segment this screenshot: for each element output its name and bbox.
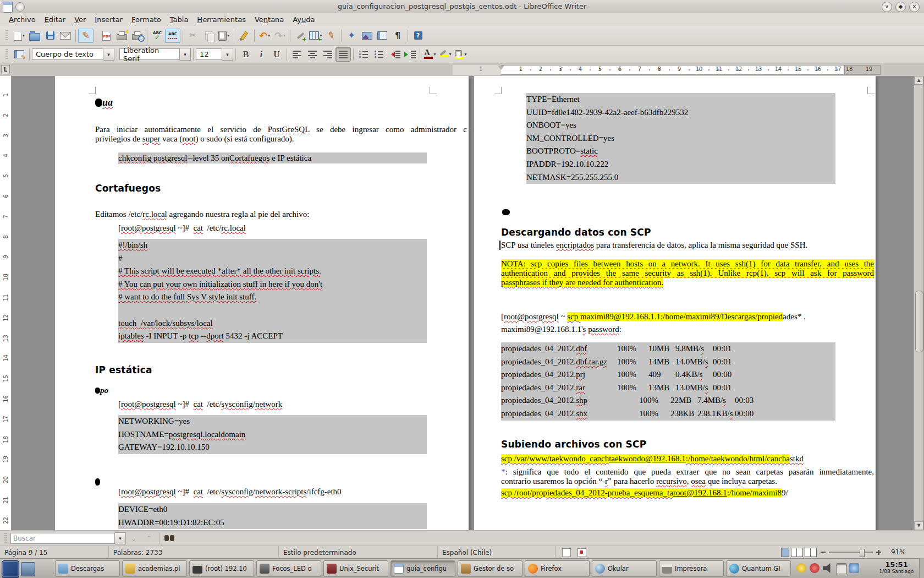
volume-icon[interactable] [823,563,833,573]
font-name-dropdown[interactable]: ▾ [180,48,191,61]
tab-stop-type-button[interactable]: L [1,65,10,74]
align-center-button[interactable] [305,47,320,62]
menu-insertar[interactable]: Insertar [90,14,127,25]
undo-button[interactable]: ↶▾ [257,29,272,43]
multi-page-view-icon[interactable] [791,548,803,557]
scroll-up-arrow[interactable]: ▲ [914,76,923,85]
tray-notification-icon[interactable] [796,563,806,573]
menu-ventana[interactable]: Ventana [250,14,288,25]
vertical-ruler[interactable]: 12345678910111213141516171819202122 [0,76,12,530]
vertical-scrollbar[interactable]: ▲ ▼ [914,76,923,530]
taskbar-item-focos-led[interactable]: Focos_LED o [256,560,321,577]
klipper-clipboard-icon[interactable] [836,563,847,574]
paragraph-style-dropdown[interactable]: ▾ [103,48,114,61]
align-left-button[interactable] [289,47,305,62]
menu-ayuda[interactable]: Ayuda [288,14,319,25]
menu-tabla[interactable]: Tabla [166,14,193,25]
print-preview-button[interactable] [129,29,145,43]
indent-marker[interactable] [498,66,504,73]
paragraph-style-combo[interactable]: Cuerpo de texto [32,48,103,60]
toolbar-grip[interactable] [6,49,8,60]
application-launcher-icon[interactable] [2,560,19,578]
taskbar-item-impresora[interactable]: Impresora [659,560,724,577]
close-button[interactable]: × [909,2,920,12]
search-input[interactable] [10,533,115,544]
data-sources-button[interactable] [375,29,390,43]
document-modified-icon[interactable] [578,548,586,557]
zoom-in-icon[interactable] [876,550,881,555]
save-button[interactable] [42,29,58,43]
decrease-indent-button[interactable] [387,47,402,62]
taskbar-item-gestor-software[interactable]: Gestor de so [458,560,522,577]
menu-herramientas[interactable]: Herramientas [193,14,250,25]
hyperlink-button[interactable]: + [293,29,308,43]
search-history-dropdown[interactable]: ▾ [115,532,126,544]
email-document-button[interactable] [58,29,73,43]
menu-formato[interactable]: Formato [127,14,166,25]
taskbar-item-academias[interactable]: academias.pl [122,560,187,577]
find-next-button[interactable]: ⌄ [126,531,141,546]
digital-clock[interactable]: 15:51 1/08 Santiago [875,560,919,577]
toolbar-grip[interactable] [6,30,8,41]
styles-panel-button[interactable]: ✎ [12,47,27,62]
menu-ver[interactable]: Ver [70,14,90,25]
taskbar-item-quantum-gis[interactable]: Quantum GI [726,560,791,577]
italic-button[interactable]: i [254,47,269,62]
background-color-button[interactable]: ▾ [453,47,469,62]
bold-button[interactable]: B [238,47,254,62]
insert-table-button[interactable]: +▾ [308,29,323,43]
taskbar-item-okular[interactable]: Okular [592,560,657,577]
print-direct-button[interactable] [114,29,129,43]
zoom-out-icon[interactable] [821,552,826,553]
show-desktop-icon[interactable] [21,562,35,576]
maximize-button[interactable]: ◆ [895,2,906,12]
panel-settings-handle[interactable] [919,558,924,578]
help-button[interactable]: ? [410,29,426,43]
status-page-style[interactable]: Estilo predeterminado [279,546,438,559]
paste-button[interactable]: ▾ [216,29,232,43]
single-page-view-icon[interactable] [781,548,789,557]
minimize-button[interactable]: ∨ [882,2,892,12]
underline-button[interactable]: U [269,47,284,62]
taskbar-item-descargas[interactable]: Descargas [55,560,120,577]
clone-formatting-button[interactable] [237,29,252,43]
auto-spellcheck-button[interactable]: ABC [165,29,180,43]
justify-button[interactable] [336,47,351,62]
formatting-marks-button[interactable]: ¶ [390,29,405,43]
book-view-icon[interactable] [805,548,817,557]
zoom-level[interactable]: 91% [891,548,906,556]
status-page-number[interactable]: Página 9 / 15 [0,546,109,559]
open-button[interactable] [27,29,42,43]
font-size-dropdown[interactable]: ▾ [222,48,233,61]
tray-network-icon[interactable] [849,563,859,573]
title-bar[interactable]: guia_configuracion_postgresql_postgis_ce… [0,0,924,14]
increase-indent-button[interactable] [402,47,417,62]
find-replace-button[interactable] [162,531,177,546]
draw-functions-button[interactable]: ✎ [323,29,339,43]
horizontal-ruler[interactable]: L 1 1234567891011121314151617 1819 [0,63,924,76]
bullet-list-button[interactable] [371,47,387,62]
redo-button[interactable]: ↷▾ [272,29,288,43]
align-right-button[interactable] [320,47,336,62]
taskbar-item-firefox[interactable]: Firefox [525,560,590,577]
find-previous-button[interactable]: ⌃ [141,531,157,546]
menu-archivo[interactable]: Archivo [4,14,40,25]
cut-button[interactable]: ✂ [185,29,201,43]
taskbar-item-root-terminal[interactable]: (root) 192.10 [189,560,254,577]
zoom-slider-thumb[interactable] [860,549,865,557]
scroll-down-arrow[interactable]: ▼ [914,521,923,530]
taskbar-item-unix-security[interactable]: Unix_Securit [323,560,388,577]
font-color-button[interactable]: A▾ [422,47,438,62]
zoom-slider[interactable] [829,552,873,553]
font-name-combo[interactable]: Liberation Serif [119,48,180,60]
status-word-count[interactable]: Palabras: 2733 [109,546,279,559]
navigator-button[interactable]: ✦ [344,29,359,43]
menu-editar[interactable]: Editar [40,14,70,25]
status-language[interactable]: Español (Chile) [438,546,556,559]
edit-mode-button[interactable]: ✎ [78,29,94,43]
gallery-button[interactable] [359,29,375,43]
toolbar-grip[interactable] [4,533,7,544]
copy-button[interactable] [201,29,216,43]
scrollbar-thumb[interactable] [915,291,923,352]
selection-mode-icon[interactable] [562,548,571,557]
